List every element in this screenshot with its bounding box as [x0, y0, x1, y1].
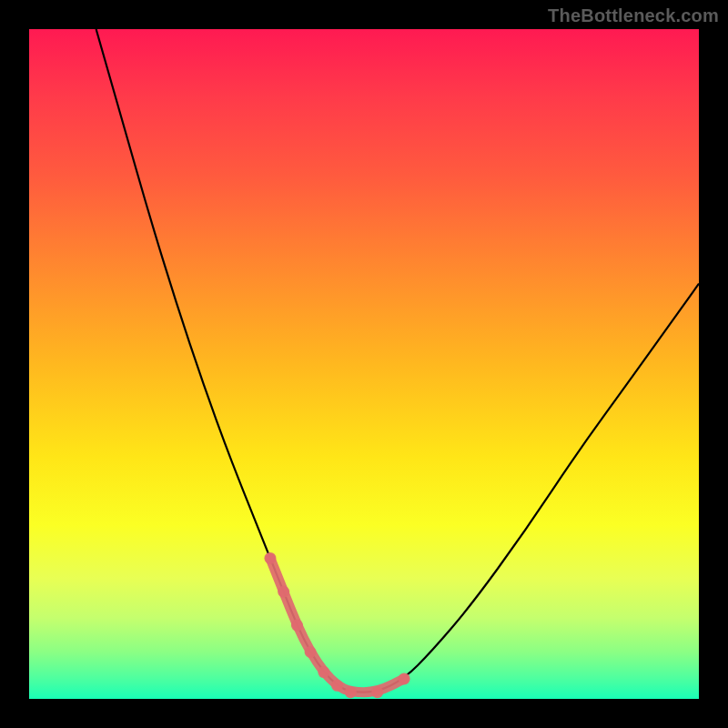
highlight-dot [291, 620, 303, 632]
highlight-dot [331, 680, 343, 692]
highlight-dot [318, 666, 329, 678]
highlight-dot [371, 686, 383, 698]
chart-frame: TheBottleneck.com [0, 0, 728, 728]
plot-area [29, 29, 699, 699]
highlight-dot [278, 586, 289, 598]
watermark-text: TheBottleneck.com [548, 5, 719, 26]
highlight-dots [264, 552, 410, 698]
highlight-segment [270, 558, 404, 692]
highlight-dot [399, 672, 410, 684]
curve-svg [29, 29, 699, 699]
highlight-dot [264, 552, 276, 564]
highlight-dot [305, 646, 317, 658]
bottleneck-curve [96, 29, 699, 693]
highlight-dot [345, 686, 357, 698]
